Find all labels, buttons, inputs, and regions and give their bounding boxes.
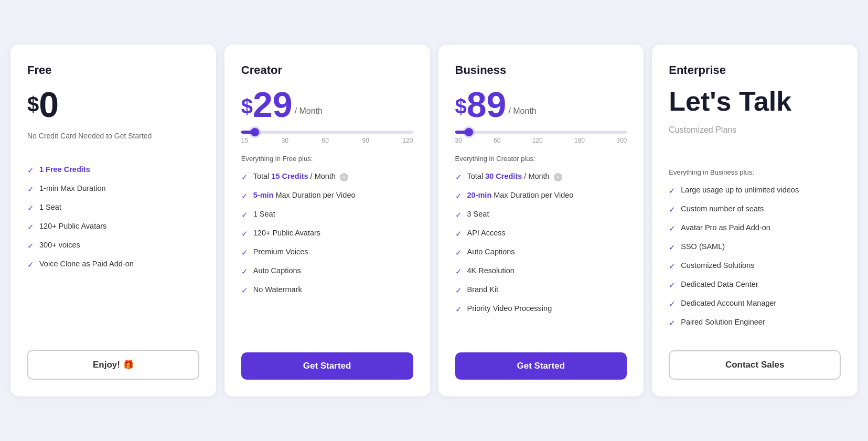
get-started-button-creator[interactable]: Get Started <box>241 352 413 380</box>
features-list-creator: ✓ Total 15 Credits / Month i ✓ 5-min Max… <box>241 171 413 337</box>
section-header-creator: Everything in Free plus: <box>241 155 413 163</box>
check-icon: ✓ <box>241 285 248 296</box>
feature-text: Brand Kit <box>467 284 499 295</box>
price-number-free: 0 <box>39 87 59 122</box>
get-started-button-business[interactable]: Get Started <box>455 352 627 380</box>
feature-seat: ✓ 1 Seat <box>241 209 413 220</box>
slider-labels: 15 30 60 90 120 <box>241 137 413 144</box>
check-icon: ✓ <box>27 240 34 251</box>
feature-avatar-pro: ✓ Avatar Pro as Paid Add-on <box>669 222 841 234</box>
check-icon: ✓ <box>241 190 248 201</box>
plan-price-business: $ 89 / Month <box>455 87 627 122</box>
price-period-creator: / Month <box>295 106 323 116</box>
feature-credits: ✓ Total 30 Credits / Month i <box>455 171 627 182</box>
check-icon: ✓ <box>455 228 462 239</box>
check-icon: ✓ <box>241 247 248 258</box>
enterprise-tagline: Let's Talk <box>669 87 841 116</box>
feature-duration: ✓ 5-min Max Duration per Video <box>241 190 413 201</box>
check-icon: ✓ <box>455 266 462 277</box>
section-header-business: Everything in Creator plus: <box>455 155 627 163</box>
feature-text: Paired Solution Engineer <box>681 317 765 327</box>
feature-api-access: ✓ API Access <box>455 228 627 239</box>
credits-slider-creator[interactable]: 15 30 60 90 120 <box>241 131 413 144</box>
feature-custom-seats: ✓ Custom number of seats <box>669 203 841 215</box>
slider-track <box>241 131 413 134</box>
feature-voices: ✓ 300+ voices <box>27 240 199 251</box>
feature-text: Total 15 Credits / Month i <box>253 171 348 181</box>
slider-label: 30 <box>455 137 462 144</box>
slider-label: 120 <box>532 137 543 144</box>
slider-label: 180 <box>574 137 585 144</box>
features-list-business: ✓ Total 30 Credits / Month i ✓ 20-min Ma… <box>455 171 627 337</box>
price-number-creator: 29 <box>253 87 293 122</box>
slider-thumb <box>465 128 473 136</box>
feature-no-watermark: ✓ No Watermark <box>241 284 413 296</box>
features-list-free: ✓ 1 Free Credits ✓ 1-min Max Duration ✓ … <box>27 164 199 270</box>
feature-seat: ✓ 1 Seat <box>27 202 199 213</box>
feature-4k: ✓ 4K Resolution <box>455 265 627 277</box>
feature-free-credits: ✓ 1 Free Credits <box>27 164 199 176</box>
feature-customized-solutions: ✓ Customized Solutions <box>669 260 841 272</box>
feature-text: Dedicated Data Center <box>681 279 758 289</box>
info-icon: i <box>340 173 348 181</box>
plan-name-free: Free <box>27 63 199 77</box>
feature-text: 1 Free Credits <box>39 164 90 175</box>
feature-min-duration: ✓ 1-min Max Duration <box>27 183 199 195</box>
feature-sso: ✓ SSO (SAML) <box>669 241 841 253</box>
feature-text: 20-min Max Duration per Video <box>467 190 574 200</box>
contact-sales-button[interactable]: Contact Sales <box>669 350 841 380</box>
feature-text: Voice Clone as Paid Add-on <box>39 259 134 269</box>
check-icon: ✓ <box>455 209 462 220</box>
slider-label: 60 <box>322 137 329 144</box>
credits-slider-business[interactable]: 30 60 120 180 300 <box>455 131 627 144</box>
feature-text: API Access <box>467 228 506 238</box>
price-dollar-creator: $ <box>241 96 253 117</box>
check-icon: ✓ <box>241 228 248 239</box>
slider-label: 60 <box>494 137 500 144</box>
feature-avatars: ✓ 120+ Public Avatars <box>241 228 413 239</box>
enjoy-button[interactable]: Enjoy! 🎁 <box>27 350 199 380</box>
price-dollar-business: $ <box>455 96 467 117</box>
feature-text: Avatar Pro as Paid Add-on <box>681 222 770 233</box>
check-icon: ✓ <box>669 298 676 309</box>
feature-text: Priority Video Processing <box>467 303 552 314</box>
check-icon: ✓ <box>669 261 676 272</box>
slider-label: 30 <box>282 137 288 144</box>
check-icon: ✓ <box>669 242 676 253</box>
feature-credits: ✓ Total 15 Credits / Month i <box>241 171 413 182</box>
feature-text: No Watermark <box>253 284 302 295</box>
feature-text: 4K Resolution <box>467 265 515 276</box>
feature-text: 1 Seat <box>253 209 275 219</box>
feature-auto-captions: ✓ Auto Captions <box>241 265 413 277</box>
feature-voice-clone: ✓ Voice Clone as Paid Add-on <box>27 259 199 270</box>
feature-text: 120+ Public Avatars <box>39 221 106 231</box>
check-icon: ✓ <box>241 266 248 277</box>
feature-unlimited: ✓ Large usage up to unlimited videos <box>669 185 841 196</box>
plan-card-free: Free $ 0 No Credit Card Needed to Get St… <box>10 45 216 396</box>
plan-price-free: $ 0 <box>27 87 199 122</box>
check-icon: ✓ <box>455 190 462 201</box>
slider-label: 300 <box>616 137 627 144</box>
slider-labels: 30 60 120 180 300 <box>455 137 627 144</box>
price-number-business: 89 <box>467 87 507 122</box>
check-icon: ✓ <box>27 165 34 176</box>
feature-text: Auto Captions <box>253 265 301 276</box>
feature-text: Custom number of seats <box>681 203 764 214</box>
info-icon: i <box>554 173 562 181</box>
feature-premium-voices: ✓ Premium Voices <box>241 246 413 258</box>
check-icon: ✓ <box>241 171 248 182</box>
feature-solution-engineer: ✓ Paired Solution Engineer <box>669 317 841 328</box>
check-icon: ✓ <box>669 185 676 196</box>
check-icon: ✓ <box>669 317 676 328</box>
feature-priority-processing: ✓ Priority Video Processing <box>455 303 627 315</box>
feature-text: Premium Voices <box>253 246 308 257</box>
feature-text: Customized Solutions <box>681 260 754 271</box>
check-icon: ✓ <box>455 247 462 258</box>
feature-dedicated-datacenter: ✓ Dedicated Data Center <box>669 279 841 291</box>
plan-subtitle-free: No Credit Card Needed to Get Started <box>27 131 199 152</box>
feature-text: 3 Seat <box>467 209 489 219</box>
check-icon: ✓ <box>669 204 676 215</box>
slider-track <box>455 131 627 134</box>
plan-card-enterprise: Enterprise Let's Talk Customized Plans E… <box>652 45 858 396</box>
check-icon: ✓ <box>455 304 462 315</box>
